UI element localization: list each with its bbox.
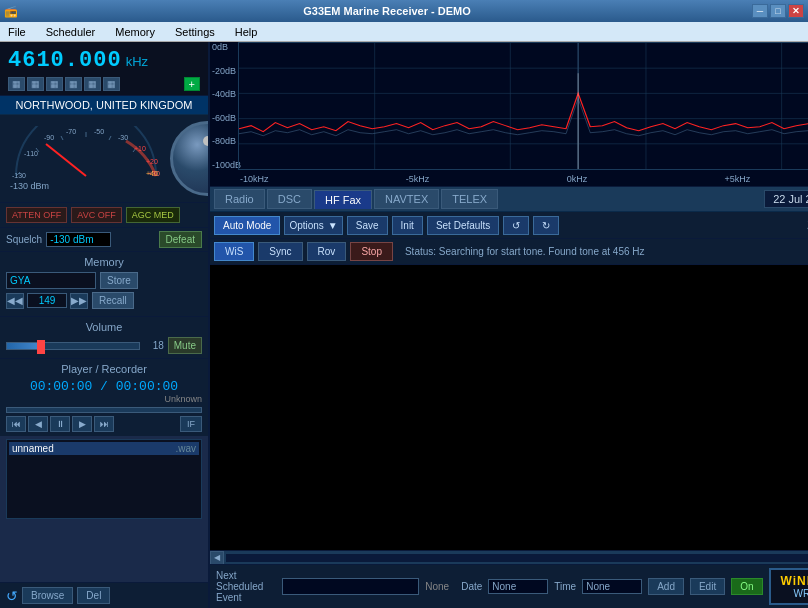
control-buttons-area: ATTEN OFF AVC OFF AGC MED: [0, 203, 208, 227]
toolbar: Auto Mode Options ▼ Save Init Set Defaul…: [210, 212, 808, 239]
save-button[interactable]: Save: [347, 216, 388, 235]
preset-btn-1[interactable]: ▦: [8, 77, 25, 91]
freq-label-minus10: -10kHz: [240, 174, 269, 184]
titlebar-icon: 📻: [4, 5, 18, 18]
brand-line1: WiNRADiO®: [781, 574, 808, 588]
brand-area: WiNRADiO® WR-G33EM: [769, 568, 808, 605]
freq-label-0: 0kHz: [567, 174, 588, 184]
memory-nav: ◀◀ ▶▶: [6, 293, 88, 309]
spectrum-db-labels: 0dB -20dB -40dB -60dB -80dB -100dB: [212, 42, 241, 170]
frequency-value: 4610.000: [8, 48, 122, 73]
close-button[interactable]: ✕: [788, 4, 804, 18]
player-progress-bar[interactable]: [6, 407, 202, 413]
svg-text:+20: +20: [146, 158, 158, 165]
rotate-right-button[interactable]: ↻: [533, 216, 559, 235]
store-button[interactable]: Store: [100, 272, 138, 289]
squelch-input[interactable]: [46, 232, 111, 247]
volume-thumb[interactable]: [37, 340, 45, 354]
frequency-display: 4610.000 kHz ▦ ▦ ▦ ▦ ▦ ▦ +: [0, 42, 208, 96]
next-event-label: Next Scheduled Event: [216, 570, 276, 603]
tab-navtex[interactable]: NAVTEX: [374, 189, 439, 209]
stop-button[interactable]: Stop: [350, 242, 393, 261]
player-pause-button[interactable]: ⏸: [50, 416, 70, 432]
add-button[interactable]: Add: [648, 578, 684, 595]
memory-number-input[interactable]: [27, 293, 67, 308]
spectrum-display: 0dB -20dB -40dB -60dB -80dB -100dB: [210, 42, 808, 187]
options-dropdown[interactable]: Options ▼: [284, 216, 342, 235]
left-bottom-controls: ↺ Browse Del: [0, 582, 208, 608]
edit-button[interactable]: Edit: [690, 578, 725, 595]
preset-btn-6[interactable]: ▦: [103, 77, 120, 91]
tab-bar: Radio DSC HF Fax NAVTEX TELEX 22 Jul 201…: [210, 187, 808, 212]
set-defaults-button[interactable]: Set Defaults: [427, 216, 499, 235]
db-label-100: -100dB: [212, 160, 241, 170]
frequency-add-button[interactable]: +: [184, 77, 200, 91]
svg-text:-110: -110: [24, 150, 38, 157]
player-play-button[interactable]: ▶: [72, 416, 92, 432]
memory-nav-next[interactable]: ▶▶: [70, 293, 88, 309]
player-rewind-button[interactable]: ⏮: [6, 416, 26, 432]
preset-btn-2[interactable]: ▦: [27, 77, 44, 91]
spectrum-freq-labels: -10kHz -5kHz 0kHz +5kHz +10kHz: [240, 174, 808, 184]
frequency-unit: kHz: [126, 54, 148, 69]
avc-button[interactable]: AVC OFF: [71, 207, 121, 223]
rov-button[interactable]: Rov: [307, 242, 347, 261]
menubar: File Scheduler Memory Settings Help: [0, 22, 808, 42]
refresh-button[interactable]: ↺: [6, 588, 18, 604]
atten-button[interactable]: ATTEN OFF: [6, 207, 67, 223]
tab-hf-fax[interactable]: HF Fax: [314, 190, 372, 209]
menu-settings[interactable]: Settings: [171, 24, 219, 40]
menu-help[interactable]: Help: [231, 24, 262, 40]
player-forward-button[interactable]: ⏭: [94, 416, 114, 432]
preset-btn-3[interactable]: ▦: [46, 77, 63, 91]
maximize-button[interactable]: □: [770, 4, 786, 18]
tab-telex[interactable]: TELEX: [441, 189, 498, 209]
next-event-input[interactable]: [282, 578, 419, 595]
brand-line2: WR-G33EM: [781, 588, 808, 599]
tab-radio[interactable]: Radio: [214, 189, 265, 209]
player-if-button[interactable]: IF: [180, 416, 202, 432]
time-input[interactable]: [582, 579, 642, 594]
volume-slider[interactable]: [6, 342, 140, 350]
freq-label-minus5: -5kHz: [406, 174, 430, 184]
knob-indicator: [203, 136, 209, 146]
defeat-button[interactable]: Defeat: [159, 231, 202, 248]
svg-line-2: [61, 136, 63, 140]
wis-button[interactable]: WiS: [214, 242, 254, 261]
horizontal-scrollbar[interactable]: ◀ ▶: [210, 550, 808, 564]
rotate-left-button[interactable]: ↺: [503, 216, 529, 235]
menu-scheduler[interactable]: Scheduler: [42, 24, 100, 40]
recall-button[interactable]: Recall: [92, 292, 134, 309]
volume-title: Volume: [6, 321, 202, 333]
spectrum-svg: [239, 43, 808, 169]
scroll-track[interactable]: [226, 554, 808, 562]
menu-file[interactable]: File: [4, 24, 30, 40]
date-input[interactable]: [488, 579, 548, 594]
memory-nav-prev[interactable]: ◀◀: [6, 293, 24, 309]
minimize-button[interactable]: ─: [752, 4, 768, 18]
menu-memory[interactable]: Memory: [111, 24, 159, 40]
player-section: Player / Recorder 00:00:00 / 00:00:00 Un…: [0, 358, 208, 436]
volume-fill: [7, 343, 40, 349]
delete-button[interactable]: Del: [77, 587, 110, 604]
mute-button[interactable]: Mute: [168, 337, 202, 354]
svg-text:+40: +40: [146, 170, 158, 177]
tab-dsc[interactable]: DSC: [267, 189, 312, 209]
sync-button[interactable]: Sync: [258, 242, 302, 261]
preset-btn-5[interactable]: ▦: [84, 77, 101, 91]
init-button[interactable]: Init: [392, 216, 423, 235]
on-button[interactable]: On: [731, 578, 762, 595]
titlebar: 📻 G33EM Marine Receiver - DEMO ─ □ ✕: [0, 0, 808, 22]
player-back-button[interactable]: ◀: [28, 416, 48, 432]
memory-name-input[interactable]: [6, 272, 96, 289]
tuning-knob[interactable]: [170, 121, 208, 196]
file-list[interactable]: unnamed .wav: [6, 439, 202, 519]
browse-button[interactable]: Browse: [22, 587, 73, 604]
scroll-left[interactable]: ◀: [210, 551, 224, 565]
preset-btn-4[interactable]: ▦: [65, 77, 82, 91]
auto-mode-button[interactable]: Auto Mode: [214, 216, 280, 235]
fax-display: [210, 265, 808, 550]
file-item-1[interactable]: unnamed .wav: [9, 442, 199, 455]
agc-button[interactable]: AGC MED: [126, 207, 180, 223]
player-status: Unknown: [6, 394, 202, 404]
